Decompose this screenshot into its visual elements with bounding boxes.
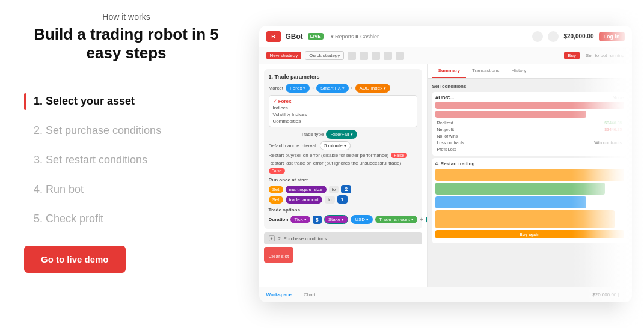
mockup-right-panel: Summary Transactions History Sell condit… bbox=[428, 64, 632, 287]
restart-error-toggle[interactable]: False bbox=[391, 153, 407, 158]
subbar-icon-2 bbox=[360, 52, 368, 60]
trade-amount-dropdown[interactable]: Trade_amount bbox=[375, 216, 417, 223]
quick-strategy-btn[interactable]: Quick strategy bbox=[305, 51, 344, 60]
tab-transactions[interactable]: Transactions bbox=[466, 64, 506, 78]
restart-last-toggle[interactable]: False bbox=[269, 168, 285, 174]
step-item-3[interactable]: 3. Set restart conditions bbox=[24, 145, 228, 175]
set-keyword-1: Set bbox=[269, 186, 283, 193]
restart-bar-2 bbox=[435, 183, 606, 195]
table-row: Realized $3446.35 bbox=[435, 120, 624, 126]
topbar-brand: GBot bbox=[286, 32, 303, 41]
subbar-icon-1 bbox=[348, 52, 356, 60]
right-panel: B GBot LIVE ▾ Reports ■ Cashier $20,000.… bbox=[253, 0, 644, 328]
none-label: None bbox=[612, 95, 624, 100]
table-row: Loss contracts Win contracts bbox=[435, 139, 624, 146]
step-item-1[interactable]: 1. Select your asset bbox=[24, 87, 228, 116]
table-row: No. of wins bbox=[435, 133, 624, 139]
mockup-topbar: B GBot LIVE ▾ Reports ■ Cashier $20,000.… bbox=[259, 26, 632, 47]
sell-conditions-section: Sell conditions AUD/C... None bbox=[432, 84, 627, 246]
forex-dropdown-list: ✓ Forex Indices Volatility Indices Commo… bbox=[269, 95, 417, 127]
usd-dropdown[interactable]: USD bbox=[351, 215, 373, 224]
sell-conditions-title: Sell conditions bbox=[432, 84, 627, 89]
header-section: How it works Build a trading robot in 5 … bbox=[24, 12, 228, 62]
tab-summary[interactable]: Summary bbox=[432, 64, 466, 78]
tick-num: 5 bbox=[313, 216, 322, 224]
step-item-2[interactable]: 2. Set purchase conditions bbox=[24, 116, 228, 145]
summary-table: Realized $3446.35 Net profit $3446.35 No… bbox=[435, 120, 624, 153]
restart-bar-4 bbox=[435, 210, 615, 228]
bottombar-workspace[interactable]: Workspace bbox=[266, 292, 292, 297]
buy-again-btn[interactable]: Buy again bbox=[435, 230, 624, 238]
forex-dropdown[interactable]: Forex bbox=[286, 84, 310, 93]
restart-block: 4. Restart trading Buy again bbox=[432, 158, 627, 243]
tick-dropdown[interactable]: Tick bbox=[290, 216, 310, 223]
set1-value: 2 bbox=[341, 185, 351, 193]
topbar-avatar-icon bbox=[532, 31, 543, 42]
aud-dropdown[interactable]: AUD Index bbox=[355, 84, 391, 93]
expand-icon: + bbox=[269, 235, 275, 241]
sell-label: Sell to bot running bbox=[586, 53, 625, 58]
subbar-icon-5 bbox=[396, 52, 404, 60]
to-keyword-2: to bbox=[325, 196, 335, 204]
left-panel: How it works Build a trading robot in 5 … bbox=[0, 0, 253, 328]
sell-pair: AUD/C... bbox=[435, 95, 455, 100]
indices-item: Indices bbox=[273, 105, 413, 111]
plus-icon: + bbox=[420, 216, 423, 223]
clear-slot-btn[interactable]: Clear slot bbox=[264, 247, 294, 263]
sell-bar-2 bbox=[435, 111, 586, 118]
mockup-tabs: Summary Transactions History bbox=[428, 64, 632, 79]
trade-params-block: 1. Trade parameters Market Forex › Smart… bbox=[264, 69, 422, 229]
new-strategy-btn[interactable]: New strategy bbox=[266, 52, 302, 59]
trade-type-row: Trade type Rise/Fall bbox=[269, 130, 417, 139]
commodities-item: Commodities bbox=[273, 118, 413, 124]
rise-fall-dropdown[interactable]: Rise/Fall bbox=[326, 130, 357, 139]
restart-error-row: Restart buy/sell on error (disable for b… bbox=[269, 153, 417, 158]
duration-row: Duration Tick 5 Stake USD Trade_amount +… bbox=[269, 215, 417, 224]
restart-error-label: Restart buy/sell on error (disable for b… bbox=[269, 153, 389, 158]
volatility-item: Volatility Indices bbox=[273, 111, 413, 118]
how-it-works-label: How it works bbox=[24, 12, 228, 22]
bottombar-chart[interactable]: Chart bbox=[304, 292, 316, 297]
steps-list: 1. Select your asset 2. Set purchase con… bbox=[24, 87, 228, 234]
mockup-subbar: New strategy Quick strategy Buy Sell to … bbox=[259, 47, 632, 64]
restart-last-row: Restart last trade on error (but ignores… bbox=[269, 160, 417, 174]
stake-dropdown[interactable]: Stake bbox=[324, 215, 348, 224]
block-title: 1. Trade parameters bbox=[269, 74, 417, 80]
run-once-header: Run once at start bbox=[269, 177, 417, 183]
restart-last-label: Restart last trade on error (but ignores… bbox=[269, 160, 402, 166]
topbar-notification-icon bbox=[548, 31, 559, 42]
step-item-4[interactable]: 4. Run bot bbox=[24, 175, 228, 204]
mockup-container: B GBot LIVE ▾ Reports ■ Cashier $20,000.… bbox=[259, 26, 632, 302]
sell-row-1: AUD/C... None bbox=[435, 95, 624, 100]
trade-type-label: Trade type bbox=[301, 132, 324, 137]
mockup-bottombar: Workspace Chart $20,000.00 | ... bbox=[259, 287, 632, 302]
market-label: Market bbox=[269, 85, 283, 91]
topbar-login-btn[interactable]: Log in bbox=[599, 32, 625, 41]
forex-item: ✓ Forex bbox=[273, 98, 413, 105]
tab-history[interactable]: History bbox=[505, 64, 532, 78]
trade-options-title: Trade options bbox=[269, 207, 417, 213]
set-keyword-2: Set bbox=[269, 196, 283, 204]
topbar-badge: LIVE bbox=[308, 33, 324, 40]
restart-section-title: 4. Restart trading bbox=[435, 161, 624, 166]
sell-bar-1 bbox=[435, 102, 624, 109]
restart-bar-1 bbox=[435, 169, 624, 181]
step-item-5[interactable]: 5. Check profit bbox=[24, 204, 228, 234]
set-row-1: Set martingale_size to 2 bbox=[269, 185, 417, 193]
buy-btn[interactable]: Buy bbox=[564, 52, 580, 59]
go-to-demo-button[interactable]: Go to live demo bbox=[24, 246, 126, 273]
candle-label: Default candle interval: bbox=[269, 143, 317, 148]
purchase-conditions-collapsed[interactable]: + 2. Purchase conditions bbox=[264, 232, 422, 244]
subbar-icon-3 bbox=[372, 52, 380, 60]
restart-bar-3 bbox=[435, 196, 586, 208]
buy-again-label: Buy again bbox=[520, 232, 539, 237]
clear-slot-label: Clear slot bbox=[269, 254, 289, 259]
table-row: Net profit $3446.35 bbox=[435, 126, 624, 133]
trade-amount-var: trade_amount bbox=[286, 196, 322, 204]
sell-block: AUD/C... None Realized $3446.35 bbox=[432, 92, 627, 156]
candle-dropdown[interactable]: 5 minute bbox=[320, 141, 351, 150]
set2-value: 1 bbox=[337, 195, 348, 204]
right-content: Sell conditions AUD/C... None bbox=[428, 79, 632, 251]
smart-fx-dropdown[interactable]: Smart FX bbox=[316, 84, 349, 93]
martingale-var: martingale_size bbox=[286, 186, 327, 193]
